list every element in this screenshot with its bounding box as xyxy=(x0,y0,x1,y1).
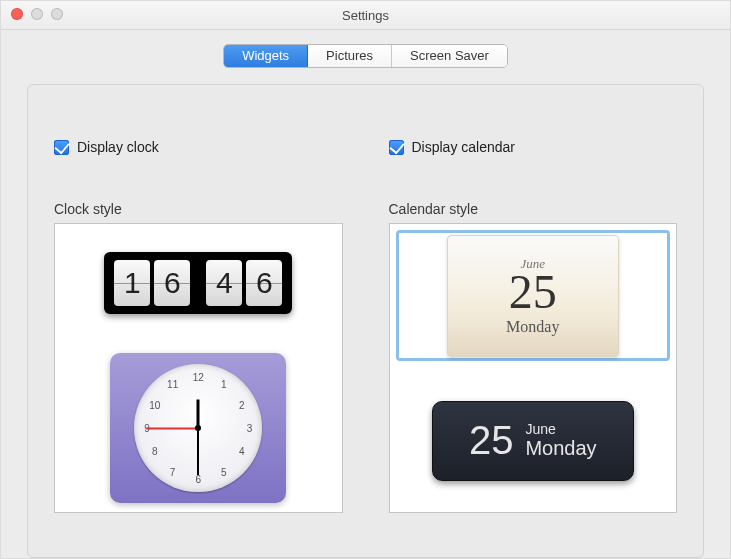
widgets-panel: Display clock Clock style 1 6 4 6 xyxy=(27,84,704,558)
calendar-style-light[interactable]: June 25 Monday xyxy=(396,230,671,361)
clock-numeral: 4 xyxy=(239,446,245,457)
zoom-icon[interactable] xyxy=(51,8,63,20)
calendar-style-label: Calendar style xyxy=(389,201,678,217)
clock-style-label: Clock style xyxy=(54,201,343,217)
clock-style-analog[interactable]: 12 1 2 3 4 5 6 7 8 9 10 xyxy=(61,350,336,506)
clock-numeral: 7 xyxy=(170,466,176,477)
analog-clock-icon: 12 1 2 3 4 5 6 7 8 9 10 xyxy=(110,353,286,503)
settings-window: Settings Widgets Pictures Screen Saver D… xyxy=(0,0,731,559)
tab-screensaver[interactable]: Screen Saver xyxy=(392,45,507,67)
clock-numeral: 3 xyxy=(247,423,253,434)
calendar-month: June xyxy=(525,421,596,437)
clock-numeral: 11 xyxy=(167,379,178,390)
window-title: Settings xyxy=(1,8,730,23)
clock-numeral: 1 xyxy=(221,379,227,390)
second-hand-icon xyxy=(146,428,198,430)
clock-pivot-icon xyxy=(195,425,201,431)
clock-column: Display clock Clock style 1 6 4 6 xyxy=(54,139,343,513)
close-icon[interactable] xyxy=(11,8,23,20)
clock-numeral: 5 xyxy=(221,466,227,477)
flip-digit: 4 xyxy=(206,260,242,306)
flip-digit: 6 xyxy=(246,260,282,306)
minute-hand-icon xyxy=(197,429,199,475)
clock-style-picker: 1 6 4 6 12 xyxy=(54,223,343,513)
titlebar: Settings xyxy=(1,1,730,30)
clock-numeral: 12 xyxy=(193,371,204,382)
calendar-weekday: Monday xyxy=(525,437,596,460)
calendar-light-icon: June 25 Monday xyxy=(447,235,619,357)
calendar-column: Display calendar Calendar style June 25 … xyxy=(389,139,678,513)
calendar-day: 25 xyxy=(509,268,557,316)
clock-numeral: 6 xyxy=(195,474,201,485)
calendar-day: 25 xyxy=(469,418,514,463)
display-clock-label: Display clock xyxy=(77,139,159,155)
flip-clock-icon: 1 6 4 6 xyxy=(104,252,292,314)
clock-numeral: 10 xyxy=(149,399,160,410)
segmented-control: Widgets Pictures Screen Saver xyxy=(223,44,508,68)
clock-numeral: 2 xyxy=(239,399,245,410)
tab-pictures[interactable]: Pictures xyxy=(308,45,392,67)
window-controls xyxy=(11,8,63,20)
display-clock-row: Display clock xyxy=(54,139,343,155)
tab-widgets[interactable]: Widgets xyxy=(224,45,308,67)
calendar-dark-icon: 25 June Monday xyxy=(432,401,634,481)
flip-digit: 6 xyxy=(154,260,190,306)
minimize-icon[interactable] xyxy=(31,8,43,20)
clock-numeral: 8 xyxy=(152,446,158,457)
tab-bar: Widgets Pictures Screen Saver xyxy=(1,30,730,68)
display-calendar-label: Display calendar xyxy=(412,139,516,155)
display-calendar-checkbox[interactable] xyxy=(389,140,404,155)
calendar-style-picker: June 25 Monday 25 June Monday xyxy=(389,223,678,513)
clock-style-digital[interactable]: 1 6 4 6 xyxy=(61,230,336,336)
flip-digit: 1 xyxy=(114,260,150,306)
calendar-weekday: Monday xyxy=(506,318,559,336)
display-calendar-row: Display calendar xyxy=(389,139,678,155)
calendar-style-dark[interactable]: 25 June Monday xyxy=(396,375,671,506)
display-clock-checkbox[interactable] xyxy=(54,140,69,155)
